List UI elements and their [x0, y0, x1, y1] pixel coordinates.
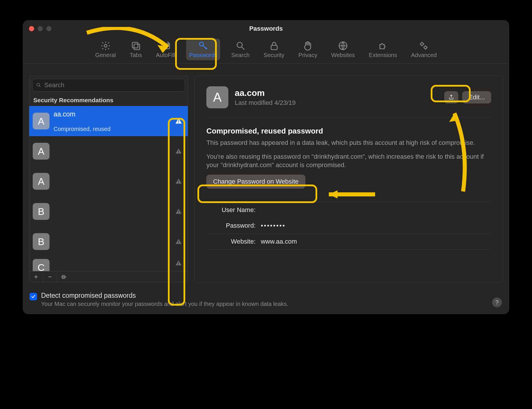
- hand-icon: [302, 41, 313, 51]
- svg-point-5: [164, 46, 165, 47]
- website-label: Website:: [206, 238, 256, 245]
- svg-rect-23: [178, 243, 179, 244]
- svg-rect-2: [134, 44, 140, 50]
- detail-domain: aa.com: [235, 88, 438, 98]
- list-item-subtitle: Compromised, reused: [54, 126, 170, 132]
- toolbar-label: Tabs: [130, 52, 142, 59]
- section-header: Security Recommendations: [29, 94, 188, 106]
- credential-fields: User Name: Password: •••••••• Website: w…: [206, 202, 491, 250]
- svg-point-4: [163, 46, 164, 47]
- key-icon: [198, 41, 208, 51]
- globe-icon: [338, 41, 348, 51]
- search-icon: [36, 82, 41, 88]
- svg-rect-21: [178, 213, 179, 213]
- svg-rect-19: [178, 183, 179, 183]
- puzzle-icon: [378, 41, 388, 51]
- edit-button[interactable]: Edit...: [462, 91, 491, 103]
- warning-icon: [175, 177, 183, 185]
- autofill-icon: [160, 41, 171, 51]
- warning-icon: [175, 147, 183, 155]
- list-item[interactable]: A aa.com Compromised, reused: [29, 106, 188, 136]
- svg-rect-15: [178, 123, 179, 123]
- svg-point-28: [63, 277, 64, 277]
- list-item-domain: aa.com: [54, 110, 170, 118]
- share-button[interactable]: [444, 91, 458, 103]
- warning-icon: [175, 238, 183, 246]
- tab-tabs[interactable]: Tabs: [127, 39, 145, 60]
- list-item[interactable]: C: [29, 257, 188, 271]
- svg-rect-9: [271, 45, 277, 50]
- search-field[interactable]: [32, 79, 185, 92]
- svg-rect-22: [178, 241, 179, 242]
- list-item[interactable]: A: [29, 136, 188, 166]
- list-item-blank: [54, 119, 170, 125]
- avatar: A: [33, 113, 49, 129]
- preferences-window: Passwords General Tabs AutoFill Passwor: [23, 20, 509, 314]
- svg-point-8: [237, 42, 242, 48]
- website-value[interactable]: www.aa.com: [261, 238, 297, 245]
- tab-autofill[interactable]: AutoFill: [153, 39, 178, 60]
- help-button[interactable]: ?: [492, 297, 502, 307]
- search-icon: [235, 41, 246, 51]
- detect-compromised-checkbox[interactable]: [30, 293, 37, 300]
- password-list[interactable]: A aa.com Compromised, reused A: [29, 106, 188, 271]
- toolbar-label: Privacy: [298, 52, 318, 59]
- toolbar-label: Websites: [331, 52, 355, 59]
- avatar: B: [33, 203, 49, 220]
- detail-avatar: A: [206, 86, 228, 108]
- tab-search[interactable]: Search: [228, 39, 252, 60]
- svg-rect-25: [178, 264, 179, 265]
- password-list-panel: Security Recommendations A aa.com Compro…: [29, 76, 188, 282]
- toolbar-label: Extensions: [369, 52, 397, 59]
- remove-button[interactable]: −: [43, 271, 57, 282]
- svg-rect-16: [178, 150, 179, 152]
- content-area: Security Recommendations A aa.com Compro…: [23, 63, 509, 288]
- tab-security[interactable]: Security: [261, 39, 287, 60]
- preferences-toolbar: General Tabs AutoFill Passwords Search: [23, 37, 509, 63]
- svg-rect-17: [178, 153, 179, 153]
- tab-extensions[interactable]: Extensions: [366, 39, 400, 60]
- tab-passwords[interactable]: Passwords: [186, 39, 220, 60]
- search-input[interactable]: [44, 81, 181, 89]
- tab-general[interactable]: General: [92, 39, 119, 60]
- more-button[interactable]: [57, 271, 71, 282]
- toolbar-label: Advanced: [411, 52, 437, 59]
- tab-websites[interactable]: Websites: [328, 39, 358, 60]
- toolbar-label: General: [95, 52, 116, 59]
- password-value[interactable]: ••••••••: [261, 222, 286, 229]
- list-item[interactable]: A: [29, 166, 188, 196]
- toolbar-label: AutoFill: [156, 52, 175, 59]
- detail-header: A aa.com Last modified 4/23/19 Edit...: [206, 86, 491, 117]
- checkmark-icon: [31, 294, 36, 299]
- warning-icon: [175, 117, 183, 125]
- tab-advanced[interactable]: Advanced: [408, 39, 440, 60]
- svg-point-13: [37, 83, 39, 86]
- lock-icon: [269, 41, 279, 51]
- warning-text-1: This password has appeared in a data lea…: [206, 138, 491, 147]
- svg-rect-24: [178, 262, 179, 264]
- password-label: Password:: [206, 222, 256, 229]
- avatar: B: [33, 233, 49, 250]
- toolbar-label: Security: [263, 52, 284, 59]
- toolbar-label: Passwords: [189, 52, 217, 59]
- gear-icon: [100, 41, 111, 51]
- warning-icon: [175, 207, 183, 216]
- warning-section: Compromised, reused password This passwo…: [206, 117, 491, 189]
- list-item[interactable]: B: [29, 227, 188, 257]
- list-item[interactable]: B: [29, 196, 188, 227]
- footer-subtitle: Your Mac can securely monitor your passw…: [41, 301, 288, 307]
- list-toolbar: + −: [29, 271, 188, 282]
- svg-point-27: [63, 277, 63, 277]
- svg-point-12: [424, 46, 427, 49]
- toolbar-label: Search: [231, 52, 250, 59]
- username-label: User Name:: [206, 206, 256, 214]
- svg-point-0: [104, 44, 107, 47]
- add-button[interactable]: +: [29, 271, 43, 282]
- change-password-button[interactable]: Change Password on Website: [206, 175, 305, 189]
- warning-title: Compromised, reused password: [206, 127, 491, 136]
- warning-text-2: You're also reusing this password on "dr…: [206, 152, 491, 169]
- tab-privacy[interactable]: Privacy: [296, 39, 320, 60]
- footer: Detect compromised passwords Your Mac ca…: [23, 288, 509, 314]
- warning-icon: [175, 259, 183, 267]
- svg-rect-20: [178, 211, 179, 212]
